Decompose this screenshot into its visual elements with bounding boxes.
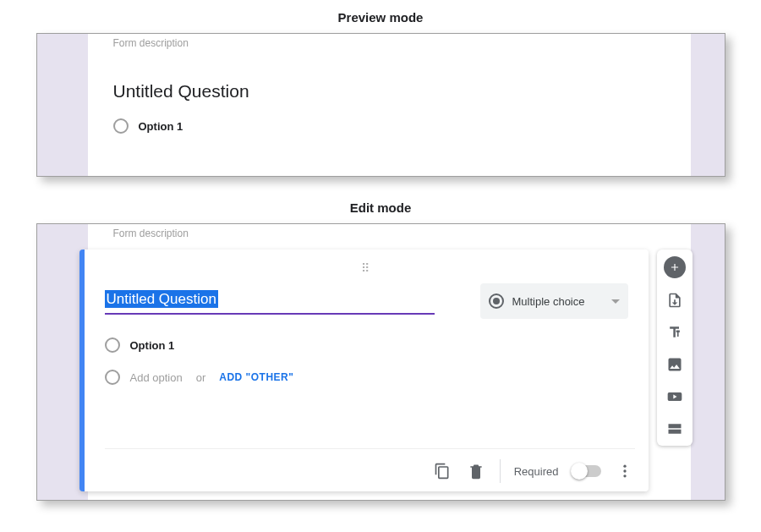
trash-icon — [468, 463, 485, 480]
drag-handle-icon[interactable]: ⠿ — [105, 261, 628, 275]
preview-canvas: Form description Untitled Question Optio… — [88, 34, 691, 176]
video-icon — [666, 388, 683, 405]
plus-icon — [669, 261, 681, 273]
add-title-button[interactable] — [665, 322, 685, 343]
question-title-field[interactable]: Untitled Question — [105, 288, 435, 315]
image-icon — [666, 356, 683, 373]
text-icon — [666, 324, 683, 341]
add-option-button[interactable]: Add option — [130, 371, 183, 384]
question-title-text: Untitled Question — [105, 290, 218, 308]
add-video-button[interactable] — [665, 387, 685, 407]
more-options-button[interactable] — [615, 461, 635, 481]
radio-filled-icon — [489, 293, 504, 309]
svg-point-0 — [623, 465, 626, 468]
import-questions-button[interactable] — [665, 290, 685, 310]
form-description-placeholder: Form description — [113, 37, 665, 49]
add-other-button[interactable]: ADD "OTHER" — [219, 371, 293, 383]
question-card: ⠿ Untitled Question Multiple choice Opti… — [79, 250, 649, 491]
side-toolbar — [657, 250, 693, 446]
question-type-label: Multiple choice — [512, 295, 611, 308]
edit-mode-heading: Edit mode — [0, 200, 761, 215]
add-section-button[interactable] — [665, 419, 685, 439]
required-toggle[interactable] — [572, 465, 601, 477]
section-icon — [666, 420, 683, 437]
question-title-preview: Untitled Question — [113, 81, 665, 101]
required-label: Required — [514, 465, 559, 478]
add-option-row: Add option or ADD "OTHER" — [105, 370, 628, 385]
radio-icon — [105, 370, 120, 385]
radio-icon — [105, 337, 120, 353]
option-label-edit[interactable]: Option 1 — [130, 339, 175, 352]
option-row[interactable]: Option 1 — [113, 118, 665, 134]
divider — [500, 459, 501, 483]
toggle-knob — [571, 463, 588, 480]
import-icon — [666, 292, 683, 309]
form-description-placeholder-edit: Form description — [113, 228, 665, 239]
add-option-or-text: or — [196, 371, 206, 384]
question-type-picker[interactable]: Multiple choice — [480, 283, 628, 319]
preview-mode-heading: Preview mode — [0, 10, 761, 25]
option-row-edit[interactable]: Option 1 — [105, 337, 628, 353]
card-footer: Required — [105, 448, 635, 483]
radio-icon[interactable] — [113, 118, 129, 134]
add-question-button[interactable] — [664, 256, 686, 278]
duplicate-button[interactable] — [432, 461, 452, 481]
svg-point-2 — [623, 474, 626, 477]
edit-canvas: Form description ⠿ Untitled Question Mul… — [88, 224, 691, 500]
copy-icon — [434, 463, 451, 480]
preview-panel: Form description Untitled Question Optio… — [36, 33, 725, 177]
more-vert-icon — [616, 463, 633, 480]
edit-panel: Form description ⠿ Untitled Question Mul… — [36, 223, 725, 501]
svg-point-1 — [623, 469, 626, 472]
option-label: Option 1 — [139, 120, 183, 133]
delete-button[interactable] — [466, 461, 486, 481]
add-image-button[interactable] — [665, 354, 685, 375]
caret-down-icon — [611, 299, 620, 304]
